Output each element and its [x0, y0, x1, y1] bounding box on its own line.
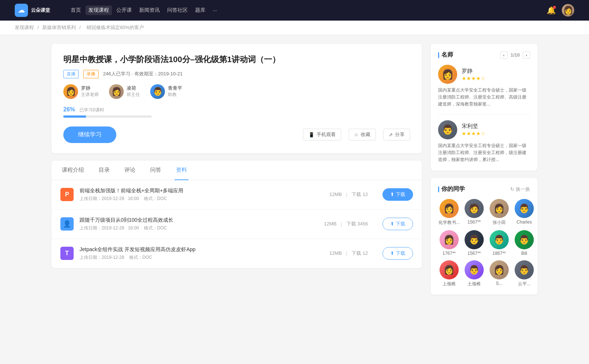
breadcrumb-link-2[interactable]: 新媒体营销系列	[42, 25, 76, 30]
teacher-name-1: 罗静	[81, 85, 99, 92]
classmate-6[interactable]: 👨 1567**	[463, 230, 485, 256]
classmate-avatar-5: 👩	[440, 230, 459, 249]
res-icon-3: T	[60, 247, 74, 260]
logo[interactable]: ☁ 云朵课堂	[15, 4, 50, 17]
nav-items: 首页发现课程公开课新闻资讯问答社区题库···	[68, 6, 220, 15]
sidebar-teacher-2-stars: ★★★★☆	[462, 131, 486, 136]
badge-rec: 录播	[83, 70, 99, 78]
teacher-role-1: 主讲老师	[81, 92, 99, 98]
classmate-2[interactable]: 🧑 1567**	[463, 199, 485, 226]
classmates-title: 你的同学	[441, 185, 465, 193]
classmate-name-3: 张小田	[488, 220, 510, 226]
breadcrumb-current: 销冠修炼术搞定80%的客户	[87, 25, 144, 30]
tabs-bar: 课程介绍 目录 评论 问答 资料	[52, 161, 422, 180]
classmate-5[interactable]: 👩 1767**	[438, 230, 460, 256]
classmates-title-bar	[438, 186, 439, 192]
teacher-info-3: 青青平 助教	[168, 85, 182, 98]
classmate-charles[interactable]: 👨 Charles	[513, 199, 535, 226]
nav-item-6[interactable]: ···	[210, 6, 220, 15]
classmate-10[interactable]: 👨 土颈椎	[463, 260, 485, 287]
share-icon: ⇗	[389, 132, 393, 138]
tab-qa[interactable]: 问答	[149, 161, 163, 180]
classmate-avatar-12: 👨	[515, 260, 534, 279]
classmate-name-bill: Bill	[513, 251, 535, 256]
classmate-9[interactable]: 👩 上颈椎	[438, 260, 460, 287]
teacher-info-1: 罗静 主讲老师	[81, 85, 99, 98]
res-stats-2: 12MB | 下载 3456	[324, 221, 368, 227]
resource-item-1: P 前端全栈加强版！前端全栈+全周期+多端应用 上传日期：2019-12-28 …	[52, 180, 422, 210]
right-sidebar: 名师 ‹ 1/10 › 👩 罗静 ★★★★☆	[431, 44, 537, 302]
collect-btn[interactable]: ☆ 收藏	[349, 129, 376, 140]
progress-bar-fill	[63, 115, 86, 118]
nav-item-1[interactable]: 发现课程	[85, 6, 112, 15]
classmates-card: 你的同学 ↻ 换一换 👩 化学教书... 🧑 1567** 👩	[431, 178, 537, 295]
course-card: 明星中教授课，小学阶段语法100分–强化级第1讲动词（一） 直播 录播 246人…	[52, 44, 422, 153]
prev-teacher-btn[interactable]: ‹	[500, 51, 508, 59]
sidebar-teacher-2-header: 👨 宋利坚 ★★★★☆	[438, 120, 530, 139]
teachers-title-row: 名师 ‹ 1/10 ›	[438, 51, 530, 59]
classmate-avatar-1: 👩	[440, 199, 459, 218]
classmate-1[interactable]: 👩 化学教书...	[438, 199, 460, 226]
teacher-role-3: 助教	[168, 92, 182, 98]
teacher-info-2: 凌荷 班主任	[127, 85, 140, 98]
nav-right: 🔔 👩	[547, 4, 574, 17]
sidebar-teacher-1-name: 罗静	[462, 68, 486, 75]
tab-intro[interactable]: 课程介绍	[60, 161, 85, 180]
res-meta-2: 上传日期：2019-12-28 16:00 格式：DOC	[80, 225, 309, 231]
res-title-2: 跟随千万级项目从0到100全过程高效成长	[80, 217, 309, 224]
classmate-bill[interactable]: 👨 Bill	[513, 230, 535, 256]
progress-label: 26% 已学习0课时	[63, 106, 410, 113]
sidebar-teacher-2: 👨 宋利坚 ★★★★☆ 国内某重点大学安全工程专业硕士，国家一级注册消防工程师、…	[438, 120, 530, 164]
teacher-avatar-1: 👩	[63, 84, 78, 99]
badge-live: 直播	[63, 70, 79, 78]
classmates-grid: 👩 化学教书... 🧑 1567** 👩 张小田 👨 Charles	[438, 199, 530, 287]
breadcrumb-link-1[interactable]: 发现课程	[15, 25, 34, 30]
teachers: 👩 罗静 主讲老师 👩 凌荷 班主任 👨 青青平	[63, 84, 410, 99]
next-teacher-btn[interactable]: ›	[523, 51, 530, 59]
nav-item-4[interactable]: 问答社区	[164, 6, 191, 15]
classmate-avatar-6: 👨	[465, 230, 484, 249]
mobile-icon: 📱	[308, 132, 314, 138]
nav-item-3[interactable]: 新闻资讯	[136, 6, 163, 15]
classmate-avatar-7: 👨	[490, 230, 509, 249]
res-info-3: Jetpack全组件实战 开发短视频应用高仿皮皮虾App 上传日期：2019-1…	[80, 246, 315, 261]
page-indicator: 1/10	[511, 52, 520, 58]
refresh-classmates-btn[interactable]: ↻ 换一换	[510, 186, 530, 193]
res-meta-1: 上传日期：2019-12-28 16:00 格式：DOC	[80, 196, 315, 202]
share-btn[interactable]: ⇗ 分享	[383, 129, 410, 140]
user-avatar[interactable]: 👩	[562, 4, 574, 17]
continue-button[interactable]: 继续学习	[63, 126, 116, 143]
download-btn-1[interactable]: ⬆ 下载	[382, 188, 413, 201]
nav-item-0[interactable]: 首页	[68, 6, 84, 15]
classmate-name-1: 化学教书...	[438, 220, 460, 226]
title-bar-decoration	[438, 52, 439, 58]
res-meta-3: 上传日期：2019-12-28 格式：DOC	[80, 254, 315, 261]
res-title-1: 前端全栈加强版！前端全栈+全周期+多端应用	[80, 188, 315, 194]
nav-item-2[interactable]: 公开课	[113, 6, 135, 15]
progress-pct: 26%	[63, 106, 75, 113]
sidebar-teacher-1-desc: 国内某重点大学安全工程专业硕士，国家一级注册消防工程师、注册安全工程师、高级注册…	[438, 87, 530, 108]
classmate-12[interactable]: 👨 云平...	[513, 260, 535, 287]
tab-review[interactable]: 评论	[123, 161, 137, 180]
action-icons: 📱 手机观看 ☆ 收藏 ⇗ 分享	[303, 129, 410, 140]
course-title: 明星中教授课，小学阶段语法100分–强化级第1讲动词（一）	[63, 54, 410, 65]
tab-resources[interactable]: 资料	[174, 161, 188, 180]
mobile-label: 手机观看	[317, 131, 336, 138]
classmate-avatar-10: 👨	[465, 260, 484, 279]
classmate-name-10: 土颈椎	[463, 281, 485, 287]
classmate-avatar-bill: 👨	[515, 230, 534, 249]
tab-toc[interactable]: 目录	[97, 161, 111, 180]
classmate-11[interactable]: 👩 S...	[488, 260, 510, 287]
res-info-1: 前端全栈加强版！前端全栈+全周期+多端应用 上传日期：2019-12-28 16…	[80, 188, 315, 202]
bell-icon[interactable]: 🔔	[547, 6, 556, 15]
download-btn-2[interactable]: ⬆ 下载	[382, 218, 413, 230]
download-btn-3[interactable]: ⬆ 下载	[382, 247, 413, 260]
sidebar-teacher-2-info: 宋利坚 ★★★★☆	[462, 123, 486, 136]
classmate-3[interactable]: 👩 张小田	[488, 199, 510, 226]
resource-list: P 前端全栈加强版！前端全栈+全周期+多端应用 上传日期：2019-12-28 …	[52, 180, 422, 268]
nav-item-5[interactable]: 题库	[192, 6, 208, 15]
classmate-7[interactable]: 👨 1867**	[488, 230, 510, 256]
resource-item-2: 👤 跟随千万级项目从0到100全过程高效成长 上传日期：2019-12-28 1…	[52, 210, 422, 239]
classmates-title-left: 你的同学	[438, 185, 465, 193]
mobile-watch-btn[interactable]: 📱 手机观看	[303, 129, 341, 140]
